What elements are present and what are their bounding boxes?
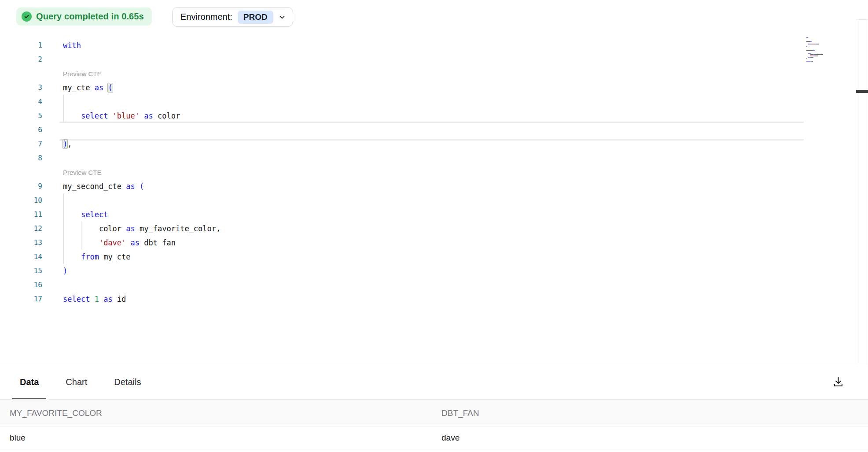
column-header: DBT_FAN bbox=[432, 400, 868, 426]
minimap-line bbox=[806, 57, 828, 58]
line-number: 7 bbox=[0, 137, 42, 151]
line-number: 5 bbox=[0, 109, 42, 123]
code-text: my_second_cte as ( bbox=[42, 179, 144, 193]
line-number: 17 bbox=[0, 292, 42, 306]
minimap-line bbox=[806, 49, 828, 50]
tab-data[interactable]: Data bbox=[12, 365, 46, 399]
environment-selector[interactable]: Environment: PROD bbox=[172, 7, 293, 27]
query-status-text: Query completed in 0.65s bbox=[36, 11, 144, 22]
code-text: from my_cte bbox=[42, 250, 131, 264]
editor-minimap[interactable] bbox=[806, 37, 828, 62]
code-line[interactable]: 6 bbox=[0, 123, 868, 137]
indent-guide bbox=[63, 193, 64, 264]
code-line[interactable]: 15) bbox=[0, 264, 868, 278]
line-number: 9 bbox=[0, 179, 42, 193]
preview-cte-label-row[interactable]: Preview CTE bbox=[0, 165, 868, 179]
check-circle-icon bbox=[22, 11, 32, 22]
minimap-line bbox=[806, 42, 828, 43]
chevron-down-icon bbox=[279, 14, 286, 21]
code-text: ) bbox=[42, 264, 67, 278]
results-tabbar: DataChartDetails bbox=[0, 365, 868, 400]
line-number: 16 bbox=[0, 278, 42, 292]
query-status-badge: Query completed in 0.65s bbox=[16, 7, 152, 26]
minimap-line bbox=[806, 41, 828, 42]
line-number: 8 bbox=[0, 151, 42, 165]
minimap-line bbox=[806, 61, 828, 62]
scrollbar-thumb[interactable] bbox=[856, 90, 868, 93]
line-number: 6 bbox=[0, 123, 42, 137]
table-cell: dave bbox=[432, 426, 868, 449]
table-row: bluedave bbox=[0, 426, 868, 449]
download-icon bbox=[832, 376, 844, 388]
line-number: 14 bbox=[0, 250, 42, 264]
tab-chart[interactable]: Chart bbox=[58, 365, 95, 399]
code-line[interactable]: 5 select 'blue' as color bbox=[0, 109, 868, 123]
code-text: select bbox=[42, 207, 108, 222]
environment-value-badge: PROD bbox=[238, 11, 273, 24]
code-line[interactable]: 2 bbox=[0, 52, 868, 67]
environment-label: Environment: bbox=[180, 12, 232, 22]
code-text: with bbox=[42, 38, 81, 52]
minimap-line bbox=[806, 45, 828, 46]
results-table: MY_FAVORITE_COLORDBT_FANbluedave bbox=[0, 400, 868, 449]
minimap-line bbox=[806, 40, 828, 41]
code-line[interactable]: 7), bbox=[0, 137, 868, 151]
line-number: 15 bbox=[0, 264, 42, 278]
preview-cte-label[interactable]: Preview CTE bbox=[42, 166, 102, 180]
table-cell: blue bbox=[0, 426, 432, 449]
minimap-line bbox=[806, 44, 828, 44]
code-line[interactable]: 13 'dave' as dbt_fan bbox=[0, 236, 868, 250]
line-number: 10 bbox=[0, 193, 42, 207]
table-header-row: MY_FAVORITE_COLORDBT_FAN bbox=[0, 400, 868, 426]
download-button[interactable] bbox=[829, 373, 847, 390]
line-number: 2 bbox=[0, 52, 42, 67]
minimap-line bbox=[806, 52, 828, 52]
code-line[interactable]: 4 bbox=[0, 95, 868, 109]
minimap-line bbox=[806, 59, 828, 60]
scrollbar-track bbox=[856, 19, 856, 365]
minimap-line bbox=[806, 48, 828, 48]
code-line[interactable]: 12 color as my_favorite_color, bbox=[0, 222, 868, 236]
sql-editor[interactable]: 1with2Preview CTE3my_cte as (45 select '… bbox=[0, 38, 868, 306]
code-text: select 'blue' as color bbox=[42, 109, 180, 123]
line-number: 3 bbox=[0, 81, 42, 95]
code-text: my_cte as ( bbox=[42, 81, 113, 95]
line-number: 1 bbox=[0, 38, 42, 52]
indent-guide bbox=[63, 95, 64, 122]
scrollbar-corner bbox=[856, 19, 868, 20]
minimap-line bbox=[806, 56, 828, 56]
line-number: 13 bbox=[0, 236, 42, 250]
line-number: 11 bbox=[0, 207, 42, 222]
code-line[interactable]: 1with bbox=[0, 38, 868, 52]
minimap-line bbox=[806, 53, 828, 54]
code-text: select 1 as id bbox=[42, 292, 126, 306]
line-number: 4 bbox=[0, 95, 42, 109]
column-header: MY_FAVORITE_COLOR bbox=[0, 400, 432, 426]
editor-right-border bbox=[867, 19, 867, 365]
code-line[interactable]: 17select 1 as id bbox=[0, 292, 868, 306]
preview-cte-label-row[interactable]: Preview CTE bbox=[0, 67, 868, 81]
code-text: color as my_favorite_color, bbox=[42, 222, 221, 236]
code-line[interactable]: 3my_cte as ( bbox=[0, 81, 868, 95]
minimap-line bbox=[806, 50, 828, 51]
code-line[interactable]: 14 from my_cte bbox=[0, 250, 868, 264]
code-text: 'dave' as dbt_fan bbox=[42, 236, 176, 250]
tab-details[interactable]: Details bbox=[107, 365, 148, 399]
minimap-line bbox=[806, 38, 828, 39]
code-line[interactable]: 11 select bbox=[0, 207, 868, 222]
indent-guide bbox=[81, 222, 81, 250]
minimap-line bbox=[806, 58, 828, 59]
minimap-line bbox=[806, 54, 828, 55]
code-text: ), bbox=[42, 137, 72, 151]
line-number: 12 bbox=[0, 222, 42, 236]
code-line[interactable]: 9my_second_cte as ( bbox=[0, 179, 868, 193]
code-line[interactable]: 8 bbox=[0, 151, 868, 165]
minimap-line bbox=[806, 46, 828, 47]
preview-cte-label[interactable]: Preview CTE bbox=[42, 67, 102, 81]
code-line[interactable]: 16 bbox=[0, 278, 868, 292]
sql-ide-window: Query completed in 0.65s Environment: PR… bbox=[0, 0, 868, 452]
minimap-line bbox=[806, 37, 828, 38]
code-line[interactable]: 10 bbox=[0, 193, 868, 207]
